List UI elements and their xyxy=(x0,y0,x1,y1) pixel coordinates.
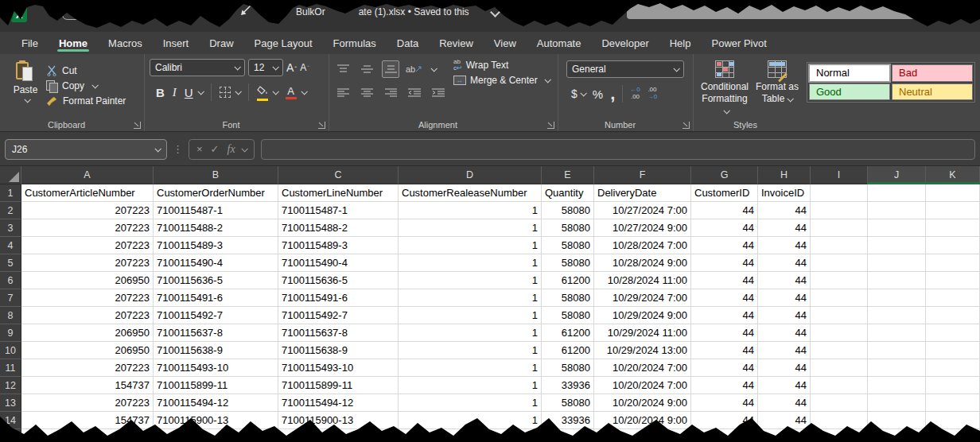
cell-style-normal[interactable]: Normal xyxy=(809,64,890,82)
cell-B14[interactable]: 7100115900-13 xyxy=(154,412,278,429)
cell-E1[interactable]: Quantity xyxy=(542,184,594,202)
tab-home[interactable]: Home xyxy=(49,32,98,54)
cell-I2[interactable] xyxy=(811,202,868,219)
cell-J6[interactable] xyxy=(868,272,926,289)
cell-B10[interactable]: 7100115638-9 xyxy=(154,342,278,359)
cell-C7[interactable]: 7100115491-6 xyxy=(278,289,399,307)
cell-I4[interactable] xyxy=(811,237,868,254)
cell-I1[interactable] xyxy=(811,184,868,202)
cell-G7[interactable]: 44 xyxy=(691,289,758,307)
cell-style-good[interactable]: Good xyxy=(809,83,890,101)
format-painter-button[interactable]: Format Painter xyxy=(46,95,126,107)
cell-D7[interactable]: 1 xyxy=(399,289,542,307)
number-dialog-launcher[interactable] xyxy=(682,122,690,129)
bold-button[interactable]: B xyxy=(156,86,165,99)
cell-D8[interactable]: 1 xyxy=(399,307,542,324)
font-dialog-launcher[interactable] xyxy=(318,122,325,129)
cell-J7[interactable] xyxy=(868,289,926,307)
cell-H12[interactable]: 44 xyxy=(758,377,811,394)
cell-E11[interactable]: 58080 xyxy=(542,359,594,377)
cell-H15[interactable] xyxy=(758,429,811,442)
cell-E2[interactable]: 58080 xyxy=(542,202,594,219)
formula-input[interactable] xyxy=(261,139,975,160)
cell-E13[interactable]: 58080 xyxy=(542,394,594,412)
cell-J12[interactable] xyxy=(868,377,926,394)
cell-E5[interactable]: 58080 xyxy=(542,254,594,272)
cell-E15[interactable] xyxy=(542,429,594,442)
comma-style-button[interactable]: , xyxy=(610,91,615,97)
cell-I11[interactable] xyxy=(811,359,868,377)
underline-button[interactable]: U xyxy=(185,86,193,99)
cell-B9[interactable]: 7100115637-8 xyxy=(154,324,278,342)
cell-K1[interactable] xyxy=(926,184,980,202)
column-header-E[interactable]: E xyxy=(542,166,594,184)
cell-B11[interactable]: 7100115493-10 xyxy=(154,359,278,377)
cell-A10[interactable]: 206950 xyxy=(21,342,154,359)
cell-F15[interactable] xyxy=(594,429,691,442)
cell-G5[interactable]: 44 xyxy=(691,254,758,272)
cell-C5[interactable]: 7100115490-4 xyxy=(278,254,399,272)
cell-K14[interactable] xyxy=(926,412,980,429)
cell-J4[interactable] xyxy=(868,237,926,254)
confirm-entry-button[interactable]: ✓ xyxy=(211,143,220,155)
title-chevron-down-icon[interactable] xyxy=(490,7,500,17)
cell-A2[interactable]: 207223 xyxy=(21,202,154,219)
cell-B15[interactable] xyxy=(154,429,278,442)
cell-G12[interactable]: 44 xyxy=(691,377,758,394)
cell-H5[interactable]: 44 xyxy=(758,254,811,272)
format-as-table-button[interactable]: Format as Table xyxy=(751,59,803,117)
paste-button[interactable]: Paste xyxy=(5,59,46,117)
column-header-A[interactable]: A xyxy=(21,166,154,184)
cell-K2[interactable] xyxy=(926,202,980,219)
cell-C9[interactable]: 7100115637-8 xyxy=(278,324,399,342)
orientation-button[interactable]: ab xyxy=(406,64,422,74)
tab-data[interactable]: Data xyxy=(387,32,429,54)
cell-J15[interactable] xyxy=(868,429,926,442)
font-color-chevron-icon[interactable] xyxy=(301,88,307,95)
row-header-3[interactable]: 3 xyxy=(0,219,21,237)
cell-E3[interactable]: 58080 xyxy=(542,219,594,237)
select-all-corner[interactable] xyxy=(0,166,21,184)
cell-B6[interactable]: 7100115636-5 xyxy=(154,272,278,289)
cell-style-neutral[interactable]: Neutral xyxy=(892,83,973,101)
cell-E12[interactable]: 33936 xyxy=(542,377,594,394)
column-header-H[interactable]: H xyxy=(758,166,811,184)
cell-H9[interactable]: 44 xyxy=(758,324,811,342)
cell-J1[interactable] xyxy=(868,184,926,202)
cell-D10[interactable]: 1 xyxy=(399,342,542,359)
cell-G10[interactable]: 44 xyxy=(691,342,758,359)
cell-E8[interactable]: 58080 xyxy=(542,307,594,324)
underline-chevron-icon[interactable] xyxy=(197,88,204,95)
cell-A4[interactable]: 207223 xyxy=(21,237,154,254)
tab-automate[interactable]: Automate xyxy=(527,32,592,54)
tab-power-pivot[interactable]: Power Pivot xyxy=(701,32,776,54)
cell-K3[interactable] xyxy=(926,219,980,237)
tab-review[interactable]: Review xyxy=(429,32,484,54)
row-header-8[interactable]: 8 xyxy=(0,307,21,324)
cell-C3[interactable]: 7100115488-2 xyxy=(278,219,399,237)
column-header-F[interactable]: F xyxy=(594,166,691,184)
cell-C14[interactable]: 7100115900-13 xyxy=(278,412,399,429)
cell-K15[interactable] xyxy=(926,429,980,442)
cell-G11[interactable]: 44 xyxy=(691,359,758,377)
cell-E4[interactable]: 58080 xyxy=(542,237,594,254)
align-right-button[interactable] xyxy=(382,84,399,102)
tab-insert[interactable]: Insert xyxy=(153,32,200,54)
currency-button[interactable]: $ xyxy=(571,87,578,100)
tab-help[interactable]: Help xyxy=(659,32,702,54)
merge-center-button[interactable]: ↔ Merge & Center xyxy=(453,75,550,86)
cell-A9[interactable]: 206950 xyxy=(21,324,154,342)
cell-H6[interactable]: 44 xyxy=(758,272,811,289)
cell-D12[interactable]: 1 xyxy=(399,377,542,394)
alignment-dialog-launcher[interactable] xyxy=(547,122,554,129)
cell-I10[interactable] xyxy=(811,342,868,359)
cell-K7[interactable] xyxy=(926,289,980,307)
row-header-13[interactable]: 13 xyxy=(0,394,21,412)
cell-I12[interactable] xyxy=(811,377,868,394)
decrease-decimal-button[interactable]: .00→0 xyxy=(648,87,657,101)
increase-decimal-button[interactable]: ←0.00 xyxy=(630,87,640,101)
cell-J13[interactable] xyxy=(868,394,926,412)
cell-H1[interactable]: InvoiceID xyxy=(758,184,811,202)
cell-F13[interactable]: 10/20/2024 9:00 xyxy=(594,394,691,412)
cell-A11[interactable]: 207223 xyxy=(21,359,154,377)
